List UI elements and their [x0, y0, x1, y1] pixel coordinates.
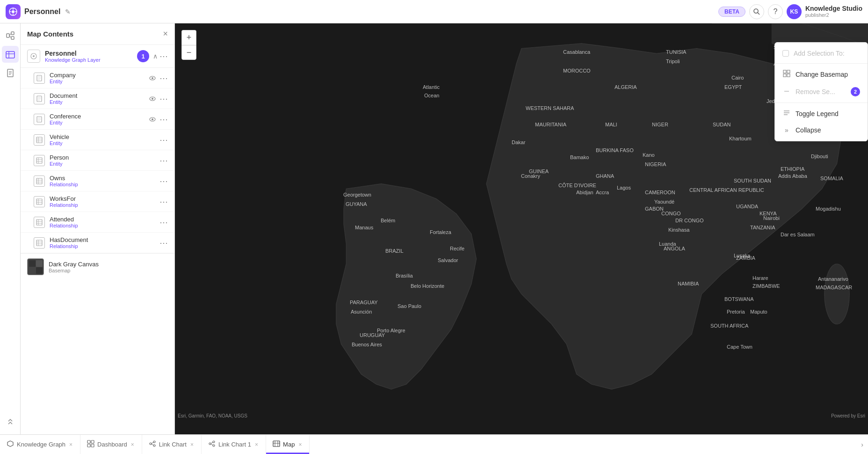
help-icon: ?: [773, 7, 777, 16]
svg-rect-68: [783, 74, 786, 77]
layer-item-more-button[interactable]: ⋯: [159, 73, 168, 83]
tab-icon: [208, 440, 216, 449]
badge-2: 2: [851, 87, 860, 96]
zoom-controls: + −: [181, 30, 196, 60]
layer-item-icon: [34, 134, 45, 146]
context-menu-remove-selection: Remove Se... 2: [775, 83, 868, 101]
svg-rect-60: [36, 240, 42, 246]
tab-close-button[interactable]: ×: [254, 441, 259, 448]
map-area[interactable]: AtlanticOceanCasablancaMOROCCOTUNISIATri…: [175, 23, 868, 434]
svg-rect-52: [36, 199, 42, 205]
svg-rect-69: [787, 74, 790, 77]
tab-close-button[interactable]: ×: [189, 441, 195, 448]
map-contents-close-button[interactable]: ×: [163, 29, 168, 39]
layer-chevron-icon[interactable]: ∧: [153, 52, 158, 60]
layer-item-more-button[interactable]: ⋯: [159, 197, 168, 207]
layer-item-more-button[interactable]: ⋯: [159, 238, 168, 248]
collapse-icon: »: [782, 126, 791, 134]
tab-knowledge-graph[interactable]: Knowledge Graph ×: [0, 435, 80, 454]
layer-item-more-button[interactable]: ⋯: [159, 94, 168, 104]
search-button[interactable]: [749, 4, 764, 19]
svg-rect-67: [787, 70, 790, 73]
layer-visibility-button[interactable]: [149, 74, 156, 82]
tab-close-button[interactable]: ×: [130, 441, 135, 448]
remove-selection-icon: [782, 88, 791, 96]
layer-item-type: Relationship: [50, 202, 159, 208]
context-menu-collapse[interactable]: » Collapse: [775, 122, 868, 138]
layer-item-more-button[interactable]: ⋯: [159, 114, 168, 124]
layer-item-info: Person Entity: [50, 154, 159, 167]
main-area: Map Contents × Personnel Knowledge Graph…: [0, 23, 868, 434]
topbar: Personnel ✎ BETA ? KS Knowledge Studio p…: [0, 0, 868, 23]
map-contents-title: Map Contents: [27, 30, 163, 38]
svg-point-85: [213, 441, 215, 443]
layer-item-more-button[interactable]: ⋯: [159, 217, 168, 227]
context-menu-toggle-legend[interactable]: Toggle Legend: [775, 105, 868, 122]
layer-item-type: Relationship: [50, 223, 159, 228]
svg-marker-74: [7, 441, 13, 447]
layer-item-name: Conference: [50, 113, 149, 120]
svg-point-27: [152, 77, 153, 79]
tab-map[interactable]: Map ×: [266, 435, 310, 454]
sidebar-icon-notebook[interactable]: [2, 65, 19, 81]
svg-point-79: [150, 443, 152, 445]
layer-item: WorksFor Relationship ⋯: [21, 191, 174, 212]
sidebar-collapse-button[interactable]: [2, 414, 19, 431]
edit-title-icon[interactable]: ✎: [65, 8, 71, 15]
layer-item-name: Company: [50, 72, 149, 79]
svg-rect-75: [87, 440, 90, 443]
map-background: [175, 23, 868, 434]
layer-item-type: Entity: [50, 120, 149, 125]
svg-line-82: [152, 442, 153, 444]
svg-point-81: [153, 445, 155, 447]
zoom-out-button[interactable]: −: [181, 45, 196, 60]
sidebar-icon-connections[interactable]: [2, 27, 19, 44]
tab-link-chart-1[interactable]: Link Chart 1 ×: [202, 435, 266, 454]
tab-label: Link Chart: [159, 441, 187, 448]
zoom-in-button[interactable]: +: [181, 30, 196, 45]
layer-group-more-button[interactable]: ⋯: [159, 51, 168, 61]
tab-label: Dashboard: [97, 441, 127, 448]
basemap-name: Dark Gray Canvas: [49, 261, 168, 268]
help-button[interactable]: ?: [768, 4, 783, 19]
svg-rect-66: [783, 70, 786, 73]
svg-line-88: [211, 444, 213, 446]
tabs-container: Knowledge Graph × Dashboard × Link Chart…: [0, 435, 310, 454]
layer-item: Vehicle Entity ⋯: [21, 130, 174, 150]
tabs-scroll-right[interactable]: ›: [856, 435, 868, 454]
tab-dashboard[interactable]: Dashboard ×: [80, 435, 142, 454]
svg-rect-48: [36, 178, 42, 184]
layer-item-name: WorksFor: [50, 195, 159, 202]
layer-visibility-button[interactable]: [149, 95, 156, 103]
layer-item-more-button[interactable]: ⋯: [159, 176, 168, 186]
map-attribution-left: Esri, Garmin, FAO, NOAA, USGS: [178, 413, 247, 418]
sidebar-icons: [0, 23, 21, 434]
svg-rect-89: [273, 441, 280, 447]
svg-point-1: [12, 10, 14, 13]
add-selection-checkbox[interactable]: [782, 50, 789, 57]
layer-item-icon: [34, 93, 45, 104]
toggle-legend-icon: [782, 109, 791, 118]
layer-item-icon: [34, 155, 45, 166]
layer-visibility-button[interactable]: [149, 116, 156, 123]
context-menu-change-basemap[interactable]: Change Basemap: [775, 66, 868, 83]
layer-item: Conference Entity ⋯: [21, 109, 174, 130]
layer-item-more-button[interactable]: ⋯: [159, 155, 168, 166]
tab-close-button[interactable]: ×: [68, 441, 73, 448]
svg-point-86: [213, 445, 215, 447]
layer-group-name: Personnel: [45, 50, 137, 57]
svg-point-80: [153, 441, 155, 443]
svg-rect-13: [6, 51, 14, 58]
svg-rect-10: [11, 37, 14, 39]
layer-item-info: Owns Relationship: [50, 175, 159, 187]
layer-item: HasDocument Relationship ⋯: [21, 233, 174, 253]
user-info: Knowledge Studio publisher2: [805, 5, 862, 19]
layer-item-icon: [34, 237, 45, 249]
layer-item-type: Entity: [50, 140, 159, 146]
tab-close-button[interactable]: ×: [297, 441, 303, 448]
tab-icon: [7, 440, 14, 449]
sidebar-icon-map[interactable]: [2, 46, 19, 63]
layer-item-more-button[interactable]: ⋯: [159, 135, 168, 145]
tab-link-chart[interactable]: Link Chart ×: [142, 435, 202, 454]
map-contents-body: Personnel Knowledge Graph Layer 1 ∧ ⋯ Co…: [21, 45, 174, 434]
